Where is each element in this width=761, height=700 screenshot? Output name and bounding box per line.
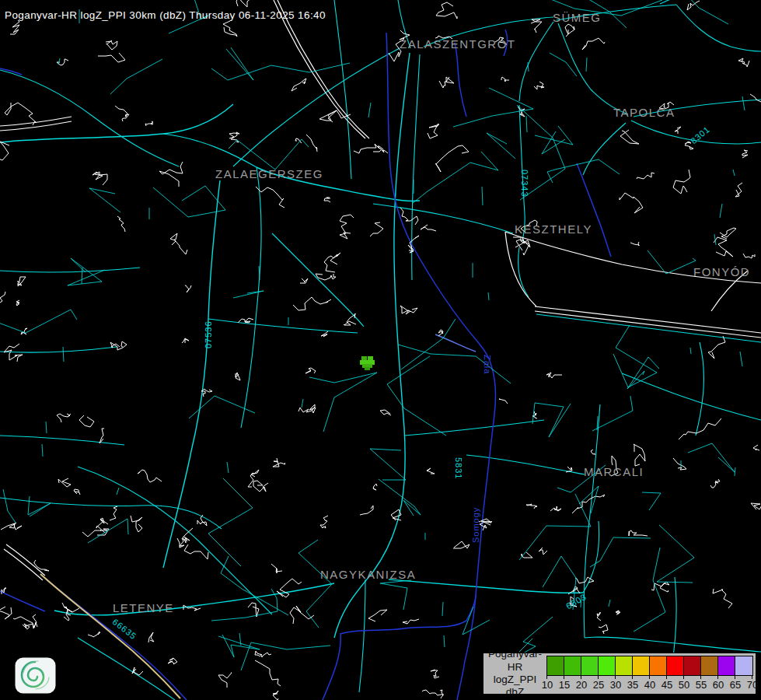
settlement-outline bbox=[713, 589, 732, 608]
settlement-outline bbox=[742, 150, 748, 158]
minor-road bbox=[370, 449, 406, 480]
settlement-outline bbox=[751, 503, 761, 509]
settlement-outline bbox=[98, 53, 125, 62]
minor-road bbox=[657, 525, 694, 583]
city-label-zalaszentgrot: ZALASZENTGRÓT bbox=[400, 37, 516, 51]
minor-road bbox=[218, 635, 260, 657]
major-road bbox=[696, 342, 703, 436]
lake-south-shore-rail bbox=[535, 306, 761, 333]
settlement-outline bbox=[354, 144, 382, 153]
settlement-outline bbox=[546, 373, 562, 378]
settlement-outline bbox=[431, 670, 439, 678]
settlement-outline bbox=[117, 216, 125, 232]
legend-title: Poganyvar-HR logZ_PPI dbZ bbox=[485, 648, 545, 699]
settlement-outline bbox=[182, 338, 189, 343]
settlement-outline bbox=[673, 170, 690, 194]
minor-road bbox=[208, 478, 253, 566]
map-artwork bbox=[0, 0, 761, 700]
settlement-outline bbox=[277, 579, 302, 597]
road-tick bbox=[368, 103, 371, 117]
major-road bbox=[585, 637, 761, 652]
river-label-zala: Zala bbox=[483, 355, 492, 374]
settlement-outline bbox=[290, 606, 314, 624]
settlement-outline bbox=[370, 222, 383, 236]
legend-tick-label: 55 bbox=[696, 679, 707, 691]
settlement-outline bbox=[408, 236, 419, 253]
settlement-outline bbox=[273, 458, 285, 467]
settlement-outline bbox=[293, 297, 331, 310]
settlement-outline bbox=[616, 611, 620, 614]
settlement-outline bbox=[5, 103, 37, 125]
settlement-outline bbox=[132, 667, 143, 675]
settlements-and-minor-roads bbox=[0, 0, 761, 700]
road-number-label: 07536 bbox=[204, 320, 213, 348]
minor-road bbox=[634, 548, 665, 632]
minor-road bbox=[627, 357, 659, 389]
settlement-outline bbox=[131, 516, 142, 532]
settlement-outline bbox=[743, 254, 755, 258]
settlement-outline bbox=[750, 94, 761, 103]
legend-color-cell bbox=[599, 656, 616, 675]
settlement-outline bbox=[197, 515, 207, 526]
settlement-outline bbox=[305, 368, 316, 373]
city-label-zalaegerszeg: ZALAEGERSZEG bbox=[215, 167, 323, 180]
minor-road bbox=[535, 126, 573, 145]
settlement-outline bbox=[435, 145, 469, 172]
settlement-outline bbox=[306, 135, 317, 152]
settlement-outline bbox=[115, 106, 129, 121]
legend-tick-label: 60 bbox=[713, 679, 724, 691]
legend-tick-label: 50 bbox=[679, 679, 689, 691]
road-tick bbox=[117, 488, 119, 495]
settlement-outline bbox=[0, 142, 9, 160]
settlement-outline bbox=[23, 622, 37, 629]
road-tick bbox=[259, 266, 260, 280]
lake-south-shore-rail bbox=[535, 311, 761, 338]
legend-tick-label: 15 bbox=[559, 679, 570, 691]
road-tick bbox=[740, 352, 742, 366]
road-tick bbox=[227, 462, 229, 473]
settlement-outline bbox=[550, 506, 561, 511]
settlement-outline bbox=[630, 242, 639, 246]
road-tick bbox=[526, 116, 527, 132]
settlement-outline bbox=[10, 20, 19, 34]
minor-road bbox=[453, 88, 533, 127]
settlement-outline bbox=[427, 468, 435, 474]
road-number-label: 5831 bbox=[454, 457, 463, 479]
road-tick bbox=[63, 347, 64, 362]
settlement-outline bbox=[421, 225, 436, 231]
road-tick bbox=[444, 635, 445, 647]
settlement-outline bbox=[62, 603, 69, 621]
road-tick bbox=[239, 633, 241, 646]
settlement-outline bbox=[380, 410, 391, 415]
product-title: Poganyvar-HR logZ_PPI 30km (dbZ) Thursda… bbox=[5, 9, 326, 21]
settlement-outline bbox=[298, 404, 316, 413]
settlement-outline bbox=[753, 445, 759, 450]
settlement-outline bbox=[223, 21, 237, 37]
city-label-keszthely: KESZTHELY bbox=[515, 222, 592, 236]
city-label-nagykanizsa: NAGYKANIZSA bbox=[320, 568, 416, 581]
legend-color-cell bbox=[633, 656, 650, 675]
legend-color-cell bbox=[581, 656, 599, 675]
major-road bbox=[0, 70, 179, 166]
settlement-outline bbox=[597, 612, 601, 621]
road-tick bbox=[586, 58, 587, 72]
settlement-outline bbox=[168, 658, 177, 664]
settlement-outline bbox=[300, 278, 308, 283]
river bbox=[0, 591, 45, 611]
minor-road bbox=[309, 373, 377, 432]
major-roads bbox=[0, 0, 761, 700]
minor-road bbox=[241, 642, 330, 670]
settlement-outline bbox=[255, 660, 281, 686]
river bbox=[455, 43, 466, 117]
major-road bbox=[163, 180, 220, 568]
legend-color-cell bbox=[701, 656, 718, 675]
settlement-outline bbox=[271, 564, 282, 573]
settlement-outline bbox=[57, 414, 71, 422]
settlement-outline bbox=[255, 651, 271, 657]
white-road bbox=[6, 544, 45, 576]
major-road bbox=[163, 134, 257, 167]
legend-tick-labels: 10152025303540455055606570 bbox=[546, 676, 753, 691]
road-tick bbox=[302, 399, 303, 408]
minor-road bbox=[413, 152, 498, 203]
radar-echo bbox=[360, 356, 375, 370]
